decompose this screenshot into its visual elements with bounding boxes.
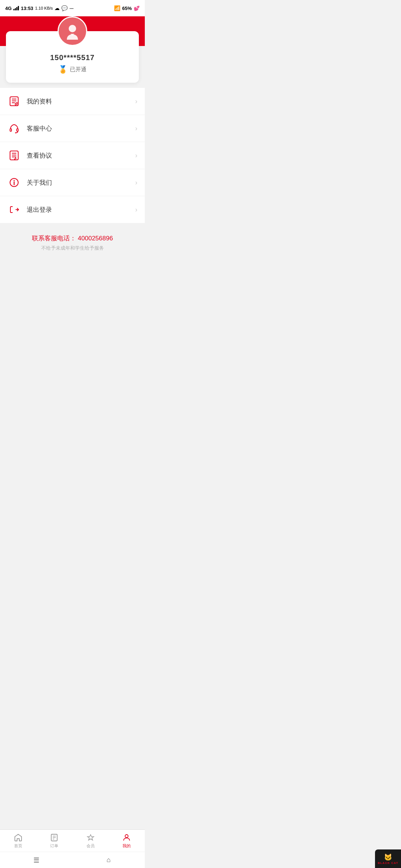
svg-rect-9 xyxy=(17,129,18,131)
svg-point-10 xyxy=(15,132,16,134)
avatar xyxy=(58,16,87,46)
chevron-right-icon: › xyxy=(135,125,137,132)
network-type: 4G xyxy=(5,6,12,11)
headset-icon xyxy=(7,122,21,135)
contact-label: 联系客服电话： xyxy=(32,235,76,242)
svg-point-0 xyxy=(69,25,76,32)
agreement-icon xyxy=(7,149,21,162)
time-display: 13:53 xyxy=(21,6,33,11)
menu-item-logout[interactable]: 退出登录 › xyxy=(0,196,145,223)
crown-icon: 🏅 xyxy=(58,65,68,74)
menu-text-about-us: 关于我们 xyxy=(27,178,135,187)
status-left: 4G 13:53 1.10 KB/s ☁ 💬 ··· xyxy=(5,5,74,11)
chevron-right-icon: › xyxy=(135,98,137,105)
contact-section: 联系客服电话： 4000256896 不给予未成年和学生给予服务 xyxy=(0,223,145,255)
phone-number: 150****5517 xyxy=(50,53,95,62)
svg-point-17 xyxy=(14,180,15,181)
chevron-right-icon: › xyxy=(135,152,137,160)
menu-text-view-agreement: 查看协议 xyxy=(27,151,135,160)
battery-percent: 65% xyxy=(122,6,132,11)
contact-disclaimer: 不给予未成年和学生给予服务 xyxy=(7,245,137,251)
profile-card: 150****5517 🏅 已开通 xyxy=(6,31,139,83)
menu-item-my-profile[interactable]: 我的资料 › xyxy=(0,88,145,115)
svg-rect-8 xyxy=(10,129,12,131)
signal-bars xyxy=(13,6,19,10)
chevron-right-icon: › xyxy=(135,206,137,214)
menu-item-view-agreement[interactable]: 查看协议 › xyxy=(0,142,145,169)
cloud-icon: ☁ xyxy=(55,6,59,11)
wechat-icon: 💬 xyxy=(61,5,68,11)
member-status: 🏅 已开通 xyxy=(58,65,87,74)
more-icon: ··· xyxy=(69,6,74,11)
logout-icon xyxy=(7,203,21,216)
menu-list: 我的资料 › 客服中心 › xyxy=(0,88,145,223)
profile-icon xyxy=(7,95,21,108)
menu-text-customer-service: 客服中心 xyxy=(27,124,135,133)
status-right: 📶 65% 💕 xyxy=(114,5,140,11)
menu-item-customer-service[interactable]: 客服中心 › xyxy=(0,115,145,142)
member-label: 已开通 xyxy=(70,66,87,73)
network-speed: 1.10 KB/s xyxy=(35,6,53,10)
contact-phone-number: 4000256896 xyxy=(78,235,113,242)
battery-hearts: 💕 xyxy=(134,6,140,11)
chevron-right-icon: › xyxy=(135,179,137,187)
info-icon xyxy=(7,176,21,189)
status-bar: 4G 13:53 1.10 KB/s ☁ 💬 ··· 📶 65% 💕 xyxy=(0,0,145,16)
menu-item-about-us[interactable]: 关于我们 › xyxy=(0,169,145,196)
menu-text-logout: 退出登录 xyxy=(27,206,135,214)
menu-section: 我的资料 › 客服中心 › xyxy=(0,88,145,223)
menu-text-my-profile: 我的资料 xyxy=(27,97,135,106)
wifi-icon: 📶 xyxy=(114,5,120,11)
contact-phone[interactable]: 联系客服电话： 4000256896 xyxy=(7,234,137,243)
